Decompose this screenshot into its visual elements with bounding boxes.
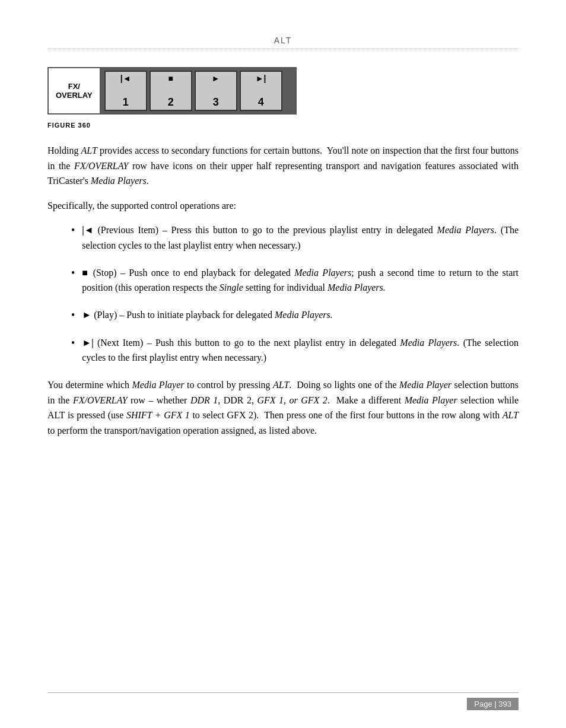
fx-btn-4-icon: ►| bbox=[256, 74, 266, 82]
fx-btn-2-icon: ■ bbox=[168, 74, 173, 82]
figure-label: FIGURE 360 bbox=[47, 122, 91, 129]
bullet-content-4: ►| (Next Item) – Push this button to go … bbox=[82, 335, 519, 365]
fx-btn-4: ►| 4 bbox=[240, 71, 282, 111]
footer-divider bbox=[47, 692, 519, 693]
fx-buttons-row: |◄ 1 ■ 2 ► 3 ►| 4 bbox=[101, 68, 295, 113]
body-paragraph-2: Specifically, the supported control oper… bbox=[47, 198, 519, 214]
page-footer: Page | 393 bbox=[0, 692, 566, 710]
fx-btn-4-number: 4 bbox=[258, 97, 264, 107]
fx-label-line2: OVERLAY bbox=[56, 91, 93, 100]
fx-label-line1: FX/ bbox=[68, 82, 80, 91]
list-item-1: • |◄ (Previous Item) – Press this button… bbox=[71, 222, 519, 253]
fx-btn-2: ■ 2 bbox=[150, 71, 192, 111]
figure-container: FX/ OVERLAY |◄ 1 ■ 2 ► 3 bbox=[47, 67, 519, 138]
page-number: Page | 393 bbox=[467, 698, 519, 710]
bullet-content-3: ► (Play) – Push to initiate playback for… bbox=[82, 307, 519, 323]
fx-overlay-label: FX/ OVERLAY bbox=[49, 68, 101, 113]
dotted-divider bbox=[47, 49, 519, 49]
fx-btn-2-number: 2 bbox=[168, 97, 174, 107]
fx-btn-3: ► 3 bbox=[195, 71, 237, 111]
bullet-dot-3: • bbox=[71, 307, 75, 323]
page-container: ALT FX/ OVERLAY |◄ 1 ■ 2 bbox=[0, 0, 566, 728]
section-title: ALT bbox=[274, 36, 292, 45]
fx-btn-3-icon: ► bbox=[212, 74, 220, 82]
fx-btn-1: |◄ 1 bbox=[104, 71, 147, 111]
bullet-list: • |◄ (Previous Item) – Press this button… bbox=[71, 222, 519, 365]
fx-btn-1-icon: |◄ bbox=[120, 74, 131, 82]
bullet-dot-2: • bbox=[71, 265, 75, 281]
list-item-3: • ► (Play) – Push to initiate playback f… bbox=[71, 307, 519, 323]
fx-btn-3-number: 3 bbox=[213, 97, 219, 107]
bullet-content-1: |◄ (Previous Item) – Press this button t… bbox=[82, 222, 519, 253]
bullet-dot-1: • bbox=[71, 222, 75, 239]
bullet-dot-4: • bbox=[71, 335, 75, 351]
body-paragraph-3: You determine which Media Player to cont… bbox=[47, 377, 519, 438]
bullet-content-2: ■ (Stop) – Push once to end playback for… bbox=[82, 265, 519, 295]
body-paragraph-1: Holding ALT provides access to secondary… bbox=[47, 143, 519, 189]
list-item-2: • ■ (Stop) – Push once to end playback f… bbox=[71, 265, 519, 295]
section-heading-area: ALT bbox=[47, 36, 519, 61]
page-number-container: Page | 393 bbox=[0, 698, 566, 710]
fx-overlay-image: FX/ OVERLAY |◄ 1 ■ 2 ► 3 bbox=[47, 67, 297, 115]
fx-btn-1-number: 1 bbox=[123, 97, 129, 107]
list-item-4: • ►| (Next Item) – Push this button to g… bbox=[71, 335, 519, 365]
